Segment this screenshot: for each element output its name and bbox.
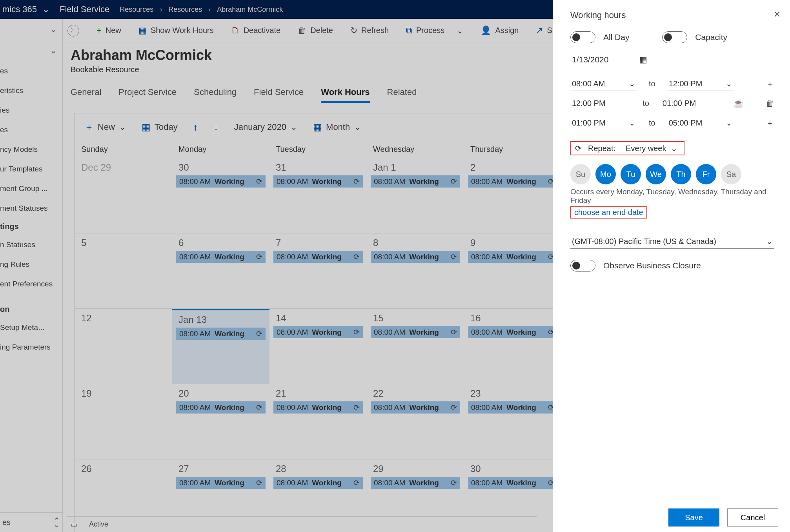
sidebar-item[interactable]: ent Preferences — [0, 274, 62, 294]
time-to-field[interactable]: 01:00 PM — [661, 97, 721, 110]
delete-button[interactable]: 🗑Delete — [298, 26, 333, 35]
sidebar-item[interactable]: ing Parameters — [0, 337, 62, 357]
calendar-event[interactable]: 08:00 AM Working⟳ — [273, 175, 363, 188]
calendar-day[interactable]: Dec 29 — [75, 158, 172, 233]
chevron-down-icon[interactable]: ⌄ — [50, 46, 57, 56]
day-pill-we[interactable]: We — [646, 164, 666, 184]
day-pill-mo[interactable]: Mo — [595, 164, 616, 184]
calendar-event[interactable]: 08:00 AM Working⟳ — [371, 401, 460, 414]
calendar-day[interactable]: 2108:00 AM Working⟳ — [269, 384, 367, 459]
calendar-day[interactable]: 1608:00 AM Working⟳ — [464, 309, 561, 384]
cal-next-button[interactable]: ↓ — [214, 122, 218, 133]
calendar-event[interactable]: 08:00 AM Working⟳ — [176, 328, 266, 340]
refresh-button[interactable]: ↻Refresh — [350, 26, 389, 35]
day-pill-tu[interactable]: Tu — [621, 164, 641, 184]
calendar-event[interactable]: 08:00 AM Working⟳ — [176, 175, 266, 188]
calendar-day[interactable]: Jan 108:00 AM Working⟳ — [367, 158, 464, 233]
calendar-day[interactable]: 1508:00 AM Working⟳ — [367, 309, 464, 384]
calendar-day[interactable]: 708:00 AM Working⟳ — [269, 233, 367, 308]
tab-work-hours[interactable]: Work Hours — [321, 87, 370, 103]
calendar-day[interactable]: Jan 1308:00 AM Working⟳ — [172, 309, 269, 384]
cal-today-button[interactable]: ▦Today — [142, 122, 178, 133]
cal-view-selector[interactable]: ▦Month ⌄ — [313, 122, 361, 133]
capacity-toggle[interactable] — [662, 31, 687, 43]
calendar-day[interactable]: 2308:00 AM Working⟳ — [464, 384, 561, 459]
time-to-field[interactable]: 05:00 PM⌄ — [667, 116, 734, 130]
calendar-day[interactable]: 2008:00 AM Working⟳ — [172, 384, 269, 459]
cal-prev-button[interactable]: ↑ — [193, 122, 198, 133]
sidebar-item[interactable]: ies — [0, 100, 62, 120]
app-brand[interactable]: mics 365 ⌄ — [2, 4, 49, 15]
tab-scheduling[interactable]: Scheduling — [194, 87, 237, 103]
calendar-day[interactable]: 3008:00 AM Working⟳ — [172, 158, 269, 233]
timezone-field[interactable]: (GMT-08:00) Pacific Time (US & Canada) ⌄ — [570, 234, 774, 249]
cal-month-label[interactable]: January 2020 ⌄ — [234, 122, 297, 132]
area-title[interactable]: Field Service — [60, 4, 109, 15]
add-slot-icon[interactable]: ＋ — [766, 78, 774, 90]
calendar-day[interactable]: 208:00 AM Working⟳ — [464, 158, 561, 233]
calendar-event[interactable]: 08:00 AM Working⟳ — [468, 477, 557, 489]
form-switcher-icon[interactable]: ▭ — [71, 520, 77, 529]
choose-end-date-link[interactable]: choose an end date — [570, 206, 647, 219]
calendar-day[interactable]: 2208:00 AM Working⟳ — [367, 384, 464, 459]
calendar-day[interactable]: 1408:00 AM Working⟳ — [269, 309, 367, 384]
calendar-event[interactable]: 08:00 AM Working⟳ — [273, 477, 363, 489]
sidebar-item[interactable]: ur Templates — [0, 159, 62, 179]
day-pill-sa[interactable]: Sa — [721, 164, 741, 184]
sidebar-item[interactable]: ncy Models — [0, 140, 62, 159]
trash-icon[interactable]: 🗑 — [766, 98, 774, 109]
calendar-event[interactable]: 08:00 AM Working⟳ — [176, 477, 266, 489]
time-from-field[interactable]: 01:00 PM⌄ — [570, 116, 637, 130]
chevron-down-icon[interactable]: ⌄ — [50, 24, 57, 35]
crumb-1[interactable]: Resources — [120, 5, 153, 14]
repeat-selector[interactable]: ⟳ Repeat: Every week ⌄ — [570, 141, 684, 155]
calendar-event[interactable]: 08:00 AM Working⟳ — [371, 251, 460, 263]
sidebar-item[interactable]: es — [0, 61, 62, 81]
calendar-event[interactable]: 08:00 AM Working⟳ — [468, 401, 557, 414]
tab-project-service[interactable]: Project Service — [118, 87, 177, 103]
assign-button[interactable]: 👤Assign — [481, 26, 519, 35]
tab-field-service[interactable]: Field Service — [254, 87, 304, 103]
calendar-event[interactable]: 08:00 AM Working⟳ — [468, 326, 557, 338]
cal-new-button[interactable]: ＋New ⌄ — [84, 121, 126, 133]
tab-related[interactable]: Related — [387, 87, 417, 103]
process-button[interactable]: ⧉Process ⌄ — [406, 26, 463, 35]
save-button[interactable]: Save — [668, 508, 719, 527]
close-icon[interactable]: ✕ — [774, 9, 781, 20]
show-work-hours-button[interactable]: ▦Show Work Hours — [138, 26, 214, 35]
calendar-event[interactable]: 08:00 AM Working⟳ — [468, 175, 557, 188]
sidebar-item[interactable]: eristics — [0, 81, 62, 100]
time-to-field[interactable]: 12:00 PM⌄ — [667, 77, 734, 91]
deactivate-button[interactable]: 🗋Deactivate — [231, 26, 281, 35]
time-from-field[interactable]: 08:00 AM⌄ — [570, 77, 637, 91]
time-from-field[interactable]: 12:00 PM — [570, 97, 631, 110]
calendar-day[interactable]: 19 — [75, 384, 172, 459]
calendar-day[interactable]: 12 — [75, 309, 172, 384]
day-pill-su[interactable]: Su — [570, 164, 591, 184]
all-day-toggle[interactable] — [570, 31, 595, 43]
sidebar-item[interactable]: ng Rules — [0, 255, 62, 274]
calendar-day[interactable]: 5 — [75, 233, 172, 308]
calendar-day[interactable]: 608:00 AM Working⟳ — [172, 233, 269, 308]
calendar-event[interactable]: 08:00 AM Working⟳ — [273, 326, 363, 338]
day-pill-th[interactable]: Th — [671, 164, 691, 184]
calendar-event[interactable]: 08:00 AM Working⟳ — [176, 251, 266, 263]
back-circle-icon[interactable]: 〉 — [67, 25, 79, 36]
observe-closure-toggle[interactable] — [570, 260, 595, 271]
calendar-event[interactable]: 08:00 AM Working⟳ — [371, 326, 460, 338]
calendar-event[interactable]: 08:00 AM Working⟳ — [273, 401, 363, 414]
day-pill-fr[interactable]: Fr — [696, 164, 716, 184]
tab-general[interactable]: General — [71, 87, 101, 103]
calendar-day[interactable]: 3108:00 AM Working⟳ — [269, 158, 367, 233]
sidebar-item[interactable]: Setup Meta... — [0, 318, 62, 337]
calendar-day[interactable]: 908:00 AM Working⟳ — [464, 233, 561, 308]
sidebar-area-switcher[interactable]: es ⌃⌄ — [0, 512, 62, 532]
sidebar-item[interactable]: ment Group ... — [0, 179, 62, 199]
new-button[interactable]: +New — [96, 26, 121, 35]
crumb-3[interactable]: Abraham McCormick — [217, 5, 283, 14]
add-slot-icon[interactable]: ＋ — [766, 117, 774, 129]
calendar-event[interactable]: 08:00 AM Working⟳ — [176, 401, 266, 414]
calendar-event[interactable]: 08:00 AM Working⟳ — [273, 251, 363, 263]
sidebar-item[interactable]: es — [0, 120, 62, 140]
calendar-event[interactable]: 08:00 AM Working⟳ — [371, 477, 460, 489]
